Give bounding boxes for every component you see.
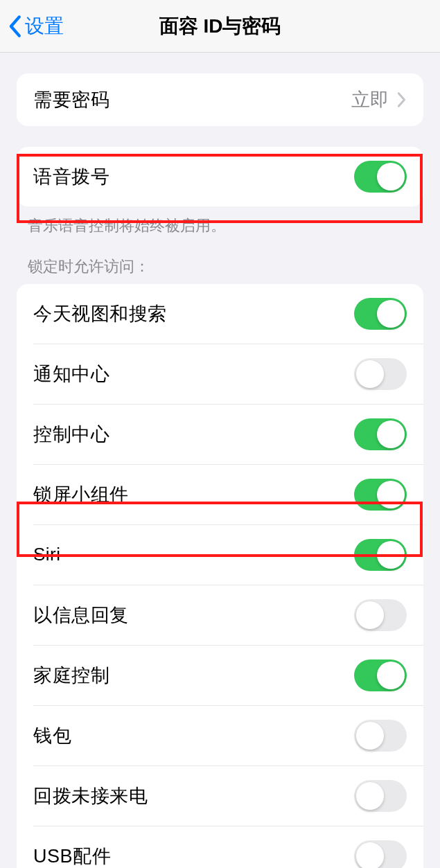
voice-dial-label: 语音拨号 — [33, 164, 109, 189]
lock-access-header: 锁定时允许访问： — [0, 237, 440, 284]
lock-item-row: 以信息回复 — [33, 585, 423, 645]
require-passcode-group: 需要密码 立即 — [17, 73, 423, 126]
lock-item-row: 家庭控制 — [33, 645, 423, 705]
lock-item-toggle[interactable] — [354, 298, 407, 330]
voice-dial-row: 语音拨号 — [17, 147, 423, 206]
voice-dial-footer: 音乐语音控制将始终被启用。 — [0, 206, 440, 237]
lock-item-toggle[interactable] — [354, 659, 407, 691]
lock-item-row: 通知中心 — [33, 344, 423, 404]
lock-item-toggle[interactable] — [354, 780, 407, 812]
voice-dial-group: 语音拨号 — [17, 147, 423, 206]
lock-access-group: 今天视图和搜索通知中心控制中心锁屏小组件Siri以信息回复家庭控制钱包回拨未接来… — [17, 284, 423, 868]
lock-item-toggle[interactable] — [354, 479, 407, 511]
lock-item-label: 回拨未接来电 — [33, 783, 148, 808]
chevron-left-icon — [7, 15, 22, 38]
back-label: 设置 — [25, 13, 64, 39]
lock-item-label: 以信息回复 — [33, 603, 129, 628]
lock-item-row: 控制中心 — [33, 404, 423, 464]
lock-item-row: 今天视图和搜索 — [17, 284, 423, 344]
navbar: 设置 面容 ID与密码 — [0, 0, 440, 53]
lock-item-label: 家庭控制 — [33, 663, 109, 688]
voice-dial-toggle[interactable] — [354, 161, 407, 193]
lock-item-label: 通知中心 — [33, 362, 109, 387]
lock-item-toggle[interactable] — [354, 539, 407, 571]
lock-item-label: 控制中心 — [33, 422, 109, 447]
page-title: 面容 ID与密码 — [0, 13, 440, 39]
lock-item-toggle[interactable] — [354, 599, 407, 631]
chevron-right-icon — [397, 91, 407, 108]
require-passcode-label: 需要密码 — [33, 87, 109, 112]
lock-item-label: 钱包 — [33, 723, 71, 748]
lock-item-toggle[interactable] — [354, 840, 407, 868]
lock-item-toggle[interactable] — [354, 418, 407, 450]
lock-item-row: 回拨未接来电 — [33, 765, 423, 826]
lock-item-label: USB配件 — [33, 844, 111, 868]
lock-item-row: Siri — [33, 524, 423, 585]
lock-item-label: Siri — [33, 544, 61, 565]
lock-item-toggle[interactable] — [354, 358, 407, 390]
lock-item-label: 锁屏小组件 — [33, 482, 129, 507]
lock-item-row: USB配件 — [33, 826, 423, 868]
require-passcode-row[interactable]: 需要密码 立即 — [17, 73, 423, 126]
require-passcode-value: 立即 — [351, 87, 389, 112]
lock-item-label: 今天视图和搜索 — [33, 301, 167, 326]
lock-item-row: 锁屏小组件 — [33, 464, 423, 524]
back-button[interactable]: 设置 — [0, 13, 64, 39]
lock-item-row: 钱包 — [33, 705, 423, 765]
lock-item-toggle[interactable] — [354, 720, 407, 752]
